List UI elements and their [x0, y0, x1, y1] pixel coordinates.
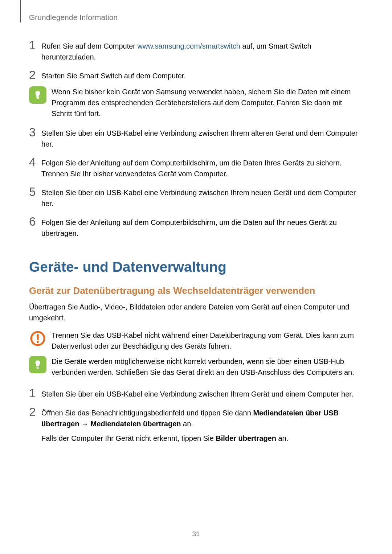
step-row: 5 Stellen Sie über ein USB-Kabel eine Ve…: [29, 187, 363, 209]
section-heading: Geräte- und Datenverwaltung: [29, 259, 363, 275]
step-number: 5: [29, 186, 40, 198]
step-row: 3 Stellen Sie über ein USB-Kabel eine Ve…: [29, 128, 363, 149]
note-icon: [29, 356, 46, 373]
arrow: →: [79, 420, 90, 428]
bold-text: Bilder übertragen: [216, 434, 276, 442]
subsection-heading: Gerät zur Datenübertragung als Wechselda…: [29, 285, 363, 296]
breadcrumb: Grundlegende Information: [29, 13, 118, 22]
step-text: Folgen Sie der Anleitung auf dem Compute…: [40, 217, 363, 239]
step-row: 4 Folgen Sie der Anleitung auf dem Compu…: [29, 157, 363, 179]
header-accent-line: [20, 0, 21, 22]
step-row: 2 Öffnen Sie das Benachrichtigungsbedien…: [29, 407, 363, 444]
step-text: Stellen Sie über ein USB-Kabel eine Verb…: [40, 128, 363, 149]
step-row: 1 Rufen Sie auf dem Computer www.samsung…: [29, 41, 363, 62]
text: Falls der Computer Ihr Gerät nicht erken…: [41, 434, 216, 442]
step-row: 1 Stellen Sie über ein USB-Kabel eine Ve…: [29, 389, 363, 399]
step-text: Stellen Sie über ein USB-Kabel eine Verb…: [40, 389, 363, 399]
step-number: 3: [29, 126, 40, 138]
text: Rufen Sie auf dem Computer: [41, 42, 138, 50]
note-callout: Die Geräte werden möglicherweise nicht k…: [29, 356, 363, 378]
step-number: 1: [29, 387, 40, 399]
warning-text: Trennen Sie das USB-Kabel nicht während …: [52, 330, 363, 352]
step-number: 1: [29, 39, 40, 51]
step-number: 2: [29, 406, 40, 418]
note-callout: Wenn Sie bisher kein Gerät von Samsung v…: [29, 86, 363, 119]
bold-text: Mediendateien übertragen: [91, 420, 181, 428]
step-text: Folgen Sie der Anleitung auf dem Compute…: [40, 157, 363, 179]
note-text: Wenn Sie bisher kein Gerät von Samsung v…: [52, 86, 363, 119]
step-text: Starten Sie Smart Switch auf dem Compute…: [40, 70, 363, 81]
step-number: 4: [29, 156, 40, 168]
svg-point-2: [37, 341, 39, 343]
text: an.: [276, 434, 288, 442]
note-icon: [29, 86, 46, 104]
note-text: Die Geräte werden möglicherweise nicht k…: [52, 356, 363, 378]
step-text: Stellen Sie über ein USB-Kabel eine Verb…: [40, 187, 363, 209]
text: an.: [181, 420, 193, 428]
intro-paragraph: Übertragen Sie Audio-, Video-, Bilddatei…: [29, 301, 363, 323]
step-number: 2: [29, 69, 40, 81]
step-text: Rufen Sie auf dem Computer www.samsung.c…: [40, 41, 363, 62]
warning-callout: Trennen Sie das USB-Kabel nicht während …: [29, 330, 363, 352]
step-row: 2 Starten Sie Smart Switch auf dem Compu…: [29, 70, 363, 81]
step-text: Öffnen Sie das Benachrichtigungsbedienfe…: [40, 407, 363, 444]
warning-icon: [29, 330, 46, 347]
step-number: 6: [29, 216, 40, 227]
text: Öffnen Sie das Benachrichtigungsbedienfe…: [41, 409, 253, 417]
smartswitch-link[interactable]: www.samsung.com/smartswitch: [138, 42, 240, 50]
page-number: 31: [0, 530, 392, 538]
svg-rect-1: [37, 334, 38, 340]
step-row: 6 Folgen Sie der Anleitung auf dem Compu…: [29, 217, 363, 239]
